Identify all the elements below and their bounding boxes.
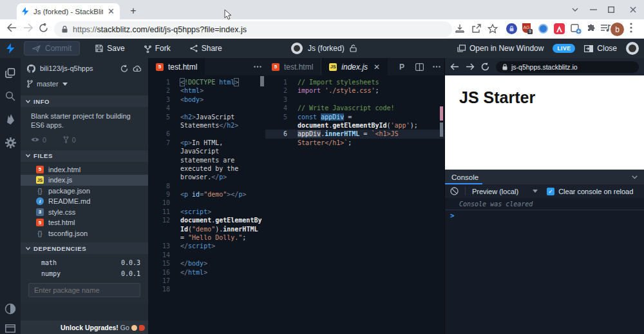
project-files-icon[interactable] <box>5 67 16 79</box>
browser-tab[interactable]: Js (forked) - StackBlitz ✕ <box>17 3 120 19</box>
forks-stat: 0 <box>63 136 76 144</box>
repo-row[interactable]: bili123/js-q5hpps <box>21 61 148 76</box>
code-row: Statements</h2> <box>148 121 265 130</box>
preview-back-icon[interactable] <box>450 63 459 70</box>
save-button[interactable]: Save <box>95 44 124 53</box>
info-file-icon: i <box>36 197 44 205</box>
bookmark-star-icon[interactable] <box>488 24 498 34</box>
close-window-button[interactable] <box>625 3 641 17</box>
file-item-tsconfig.json[interactable]: {}tsconfig.json <box>21 228 148 239</box>
console-collapse-icon[interactable] <box>632 175 638 179</box>
package-name-input[interactable] <box>28 283 140 297</box>
prettier-icon[interactable]: P <box>399 63 406 71</box>
cloud-download-icon[interactable] <box>133 65 142 72</box>
code-editor-index-js[interactable]: 1// Import stylesheets2import './style.c… <box>265 75 444 147</box>
preview-url-bar[interactable]: js-q5hpps.stackblitz.io <box>496 61 639 73</box>
dependency-numpy[interactable]: numpy0.0.1 <box>21 268 148 279</box>
share-icon[interactable] <box>471 24 482 34</box>
maximize-button[interactable] <box>603 3 620 17</box>
new-tab-button[interactable]: + <box>126 5 140 17</box>
lock-icon <box>62 26 68 33</box>
share-button[interactable]: Share <box>190 44 222 53</box>
forward-icon[interactable] <box>23 23 36 35</box>
console-header[interactable]: Console <box>445 170 644 184</box>
tab-index-js[interactable]: JS index.js ✕ <box>321 58 388 75</box>
console-target-select[interactable]: Preview (local) <box>472 188 538 195</box>
extension-privacy-icon[interactable] <box>506 23 517 34</box>
file-item-style.css[interactable]: 3style.css <box>21 207 148 218</box>
more-actions-icon[interactable] <box>433 66 440 68</box>
tab-close-icon[interactable]: ✕ <box>108 6 115 16</box>
close-tab-icon[interactable]: ✕ <box>374 63 380 72</box>
extension-adblock-icon[interactable]: AG9 <box>522 23 533 35</box>
unlock-icon[interactable] <box>350 44 357 52</box>
address-bar[interactable]: https://stackblitz.com/edit/js-q5hpps?fi… <box>54 21 452 37</box>
media-queue-icon[interactable] <box>600 24 611 33</box>
code-row: browser.</p> <box>148 173 265 181</box>
eye-icon <box>31 137 39 142</box>
open-new-window-button[interactable]: Open in New Window <box>457 44 544 53</box>
unlock-upgrades-link[interactable]: Unlock Upgrades! Go <box>61 324 145 331</box>
files-section-header[interactable]: FILES <box>21 150 148 162</box>
file-item-index.html[interactable]: 5index.html <box>21 164 148 175</box>
code-editor-test-html[interactable]: 1<!DOCTYPE html>2<html>3<body>45<h2>Java… <box>148 75 265 294</box>
svg-text:P: P <box>399 63 404 71</box>
code-row: 6appDiv.innerHTML = `<h1>JS <box>265 130 444 138</box>
theme-toggle-icon[interactable] <box>5 303 16 315</box>
commit-button[interactable]: Commit <box>24 41 80 55</box>
split-editor-icon[interactable] <box>415 63 424 71</box>
user-avatar[interactable] <box>626 42 639 55</box>
firebase-icon[interactable] <box>5 113 16 125</box>
minimize-button[interactable] <box>585 3 601 17</box>
clear-console-icon[interactable] <box>450 187 459 195</box>
stackblitz-logo-icon[interactable] <box>6 43 15 54</box>
info-section-header[interactable]: INFO <box>21 95 148 107</box>
extension-tab-plus-icon[interactable] <box>571 24 582 34</box>
dependencies-section-header[interactable]: DEPENDENCIES <box>21 242 148 254</box>
tab-test-html-secondary[interactable]: 5 test.html <box>265 58 321 75</box>
settings-gear-icon[interactable] <box>5 137 16 148</box>
console-prompt[interactable]: > <box>445 210 644 221</box>
svg-text:9: 9 <box>529 29 531 34</box>
bottom-bar: Unlock Upgrades! Go <box>21 320 148 334</box>
fork-icon <box>144 44 151 53</box>
extension-blue-icon[interactable] <box>538 24 548 34</box>
preview-forward-icon[interactable] <box>466 63 475 70</box>
preview-lock-icon <box>502 64 507 70</box>
back-icon[interactable] <box>6 23 19 35</box>
file-item-package.json[interactable]: {}package.json <box>21 186 148 197</box>
branch-selector[interactable]: master <box>21 76 148 92</box>
more-actions-icon[interactable] <box>254 66 261 68</box>
tab-test-html[interactable]: 5 test.html <box>148 58 205 75</box>
browser-menu-icon[interactable] <box>630 23 632 33</box>
browser-profile-avatar[interactable]: b <box>611 23 624 36</box>
search-icon[interactable] <box>5 90 16 102</box>
layout-toggle-icon[interactable] <box>5 322 16 334</box>
dependency-math[interactable]: math0.0.3 <box>21 257 148 268</box>
fork-button[interactable]: Fork <box>144 44 171 53</box>
info-body: Blank starter project for building ES6 a… <box>21 107 148 148</box>
code-row: 2<html> <box>148 86 265 95</box>
close-panel-icon <box>584 45 593 52</box>
clear-on-reload-checkbox[interactable]: ✓ <box>547 188 554 195</box>
file-item-test.html[interactable]: 5test.html <box>21 217 148 228</box>
preview-viewport[interactable]: JS Starter <box>445 75 644 170</box>
code-row: 2import './style.css'; <box>265 86 444 95</box>
url-text: https://stackblitz.com/edit/js-q5hpps?fi… <box>73 25 247 34</box>
left-editor-scrollbar[interactable] <box>260 76 264 86</box>
file-item-README.md[interactable]: iREADME.md <box>21 196 148 207</box>
browser-titlebar: Js (forked) - StackBlitz ✕ + <box>0 0 644 19</box>
refresh-icon[interactable] <box>120 64 128 73</box>
download-page-icon[interactable] <box>455 24 465 34</box>
code-row: 11<script> <box>148 208 265 216</box>
overview-ruler-mark <box>440 123 443 137</box>
tab-search-icon[interactable] <box>567 3 583 17</box>
extensions-puzzle-icon[interactable] <box>586 24 596 34</box>
extension-red-icon[interactable] <box>554 23 565 34</box>
preview-reload-icon[interactable] <box>481 63 489 71</box>
code-row: JavaScript <box>148 147 265 155</box>
close-preview-button[interactable]: Close <box>584 44 617 53</box>
reload-icon[interactable] <box>39 23 52 35</box>
file-item-index.js[interactable]: JSindex.js <box>21 175 148 186</box>
clear-on-reload-option[interactable]: ✓ Clear console on reload <box>547 188 633 195</box>
